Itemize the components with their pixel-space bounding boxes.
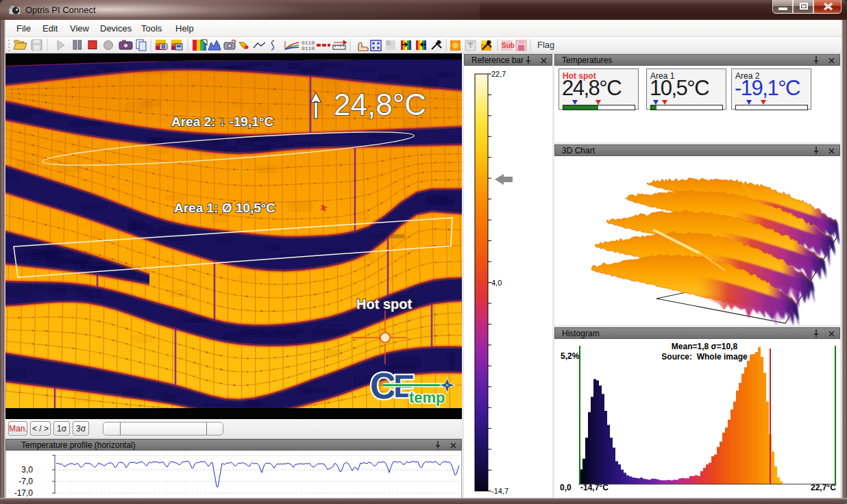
svg-text:Mean=1,8 σ=10,8: Mean=1,8 σ=10,8	[672, 342, 738, 351]
svg-text:-17,0: -17,0	[14, 488, 34, 498]
svg-text:Hot spot: Hot spot	[356, 297, 412, 312]
svg-text:Source: Whole image: Source: Whole image	[661, 352, 748, 362]
svg-text:24,8°C: 24,8°C	[334, 88, 426, 121]
svg-text:-7,0: -7,0	[19, 477, 33, 486]
svg-text:temp: temp	[409, 389, 445, 406]
svg-text:3,0: 3,0	[21, 465, 33, 475]
svg-text:5,2%: 5,2%	[561, 351, 580, 361]
svg-text:4,0: 4,0	[491, 279, 502, 287]
svg-text:Area 1: Ø 10,5°C: Area 1: Ø 10,5°C	[174, 201, 275, 215]
svg-text:9110: 9110	[302, 45, 315, 51]
svg-text:22,7: 22,7	[491, 70, 506, 78]
svg-text:0,0: 0,0	[560, 483, 572, 492]
svg-text:-14,7: -14,7	[491, 487, 508, 495]
svg-text:Sub: Sub	[502, 42, 515, 49]
svg-text:Flag: Flag	[537, 40, 554, 50]
svg-text:Area 2: ↓ -19,1°C: Area 2: ↓ -19,1°C	[171, 114, 273, 129]
